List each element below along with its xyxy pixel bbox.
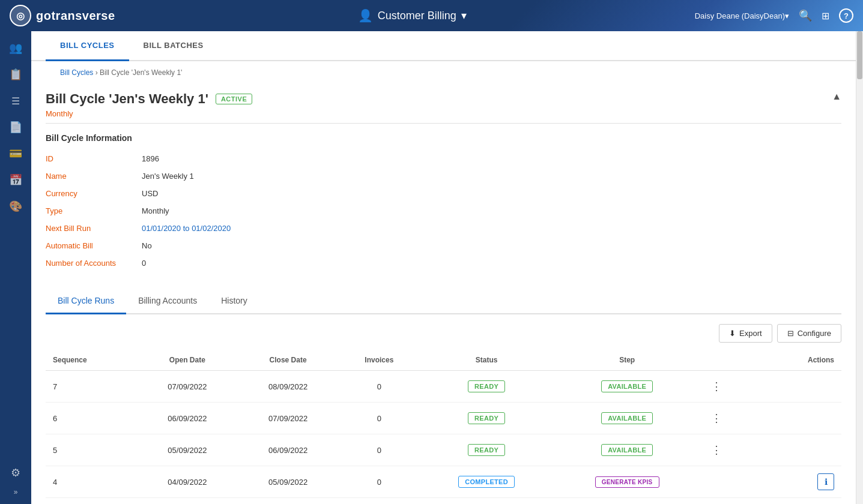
cell-close-date: 08/09/2022 <box>238 371 339 403</box>
scrollbar-thumb[interactable] <box>857 31 862 79</box>
scrollbar-track[interactable] <box>856 31 863 504</box>
cell-actions: ℹ <box>701 466 841 498</box>
bill-cycle-title-row: Bill Cycle 'Jen's Weekly 1' ACTIVE <box>46 91 252 107</box>
cell-status: COMPLETED <box>420 466 553 498</box>
cell-step: AVAILABLE <box>553 403 701 434</box>
sidebar-bottom: ⚙ » <box>4 461 28 499</box>
cell-step: APPROVAL <box>553 498 701 505</box>
sub-tab-billing-accounts[interactable]: Billing Accounts <box>126 289 209 314</box>
cell-open-date: 06/09/2022 <box>137 403 238 434</box>
collapse-button[interactable]: ▲ <box>832 91 841 102</box>
action-dots-button[interactable]: ⋮ <box>708 410 725 427</box>
cell-status: READY <box>420 403 553 434</box>
cell-close-date: 04/09/2022 <box>238 498 339 505</box>
cell-open-date: 05/09/2022 <box>137 434 238 466</box>
col-step: Step <box>553 350 701 371</box>
sidebar-item-file[interactable]: 📄 <box>4 115 28 139</box>
cell-actions: ⋮ <box>701 371 841 403</box>
info-label-next-bill-run: Next Bill Run <box>46 222 142 235</box>
app-switcher-icon[interactable]: ⊞ <box>822 10 829 22</box>
sidebar-item-palette[interactable]: 🎨 <box>4 194 28 218</box>
cell-sequence: 5 <box>46 434 137 466</box>
export-button[interactable]: ⬇ Export <box>719 324 772 343</box>
info-value-num-accounts: 0 <box>142 257 406 269</box>
cell-actions: Approve Cancel <box>701 498 841 505</box>
cell-status: READY <box>420 371 553 403</box>
configure-label: Configure <box>798 329 831 338</box>
sub-tab-history[interactable]: History <box>209 289 259 314</box>
info-value-type: Monthly <box>142 205 406 217</box>
cell-sequence: 4 <box>46 466 137 498</box>
action-dots-button[interactable]: ⋮ <box>708 378 725 395</box>
step-badge-available: AVAILABLE <box>601 412 653 424</box>
search-icon[interactable]: 🔍 <box>799 9 812 22</box>
step-badge-generate-kpis: GENERATE KPIS <box>595 476 659 488</box>
status-badge-ready: READY <box>468 380 505 392</box>
breadcrumb-parent[interactable]: Bill Cycles <box>60 68 93 77</box>
cell-status: READY <box>420 434 553 466</box>
info-label-type: Type <box>46 205 142 217</box>
action-dots-button[interactable]: ⋮ <box>708 442 725 458</box>
col-sequence: Sequence <box>46 350 137 371</box>
col-open-date: Open Date <box>137 350 238 371</box>
cell-close-date: 07/09/2022 <box>238 403 339 434</box>
step-badge-available: AVAILABLE <box>601 380 653 392</box>
cell-sequence: 6 <box>46 403 137 434</box>
sidebar-item-document[interactable]: 📋 <box>4 62 28 86</box>
header: ◎ gotransverse 👤 Customer Billing ▾ Dais… <box>0 0 863 31</box>
customer-billing-button[interactable]: 👤 Customer Billing ▾ <box>358 8 467 23</box>
info-value-next-bill-run: 01/01/2020 to 01/02/2020 <box>142 222 406 235</box>
bill-cycle-header: Bill Cycle 'Jen's Weekly 1' ACTIVE Month… <box>46 82 841 123</box>
breadcrumb-separator: › <box>95 68 100 77</box>
cell-step: AVAILABLE <box>553 371 701 403</box>
cell-actions: ⋮ <box>701 434 841 466</box>
sidebar-item-list[interactable]: ☰ <box>4 89 28 113</box>
table-header-row: Sequence Open Date Close Date Invoices S… <box>46 350 841 371</box>
col-actions: Actions <box>701 350 841 371</box>
configure-button[interactable]: ⊟ Configure <box>777 324 841 343</box>
sidebar-expand-button[interactable]: » <box>4 485 28 499</box>
bill-cycle-title-area: Bill Cycle 'Jen's Weekly 1' ACTIVE Month… <box>46 91 252 118</box>
table-row: 6 06/09/2022 07/09/2022 0 READY AVAILABL… <box>46 403 841 434</box>
status-badge-ready: READY <box>468 444 505 456</box>
logo-area: ◎ gotransverse <box>10 5 130 26</box>
page-content: Bill Cycles › Bill Cycle 'Jen's Weekly 1… <box>31 61 856 504</box>
info-label-currency: Currency <box>46 187 142 200</box>
sidebar-item-calendar[interactable]: 📅 <box>4 168 28 192</box>
info-icon: ℹ <box>825 477 828 487</box>
step-badge-available: AVAILABLE <box>601 444 653 456</box>
export-label: Export <box>739 329 762 338</box>
sub-tab-bill-cycle-runs[interactable]: Bill Cycle Runs <box>46 289 126 314</box>
logo-icon: ◎ <box>10 5 31 26</box>
cell-sequence: 3 <box>46 498 137 505</box>
sidebar-item-people[interactable]: 👥 <box>4 36 28 60</box>
action-icon-button[interactable]: ℹ <box>817 473 834 490</box>
logo-text: gotransverse <box>36 9 115 23</box>
table-row: 7 07/09/2022 08/09/2022 0 READY AVAILABL… <box>46 371 841 403</box>
table-actions: ⬇ Export ⊟ Configure <box>46 324 841 343</box>
col-close-date: Close Date <box>238 350 339 371</box>
help-icon[interactable]: ? <box>839 8 853 23</box>
cell-actions: ⋮ <box>701 403 841 434</box>
sidebar-item-settings[interactable]: ⚙ <box>4 461 28 485</box>
tab-bill-batches[interactable]: BILL BATCHES <box>129 31 218 61</box>
customer-billing-label: Customer Billing <box>378 10 456 22</box>
header-center: 👤 Customer Billing ▾ <box>130 8 695 23</box>
info-value-currency: USD <box>142 187 406 200</box>
tabs-bar: BILL CYCLES BILL BATCHES <box>31 31 856 61</box>
sub-tabs: Bill Cycle Runs Billing Accounts History <box>46 289 841 314</box>
info-value-id: 1896 <box>142 152 406 165</box>
bill-cycle-title: Bill Cycle 'Jen's Weekly 1' <box>46 91 208 107</box>
cell-step: GENERATE KPIS <box>553 466 701 498</box>
cell-sequence: 7 <box>46 371 137 403</box>
sidebar-item-card[interactable]: 💳 <box>4 142 28 166</box>
status-badge-completed: COMPLETED <box>458 476 515 488</box>
info-section-title: Bill Cycle Information <box>46 133 841 143</box>
header-right: Daisy Deane (DaisyDean)▾ 🔍 ⊞ ? <box>695 8 853 23</box>
user-icon: 👤 <box>358 8 373 23</box>
tab-bill-cycles[interactable]: BILL CYCLES <box>46 31 129 61</box>
info-label-id: ID <box>46 152 142 165</box>
info-value-name: Jen's Weekly 1 <box>142 170 406 182</box>
bill-cycle-subtitle: Monthly <box>46 109 252 118</box>
user-name-label[interactable]: Daisy Deane (DaisyDean)▾ <box>695 11 789 20</box>
